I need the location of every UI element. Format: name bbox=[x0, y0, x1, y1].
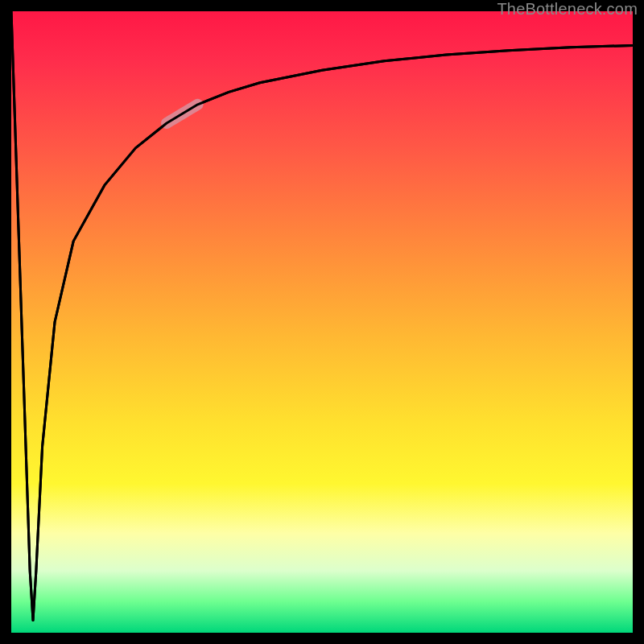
attribution-label: TheBottleneck.com bbox=[497, 0, 638, 19]
bottleneck-curve bbox=[11, 11, 633, 621]
bottleneck-chart: TheBottleneck.com bbox=[0, 0, 644, 644]
plot-area bbox=[11, 11, 633, 633]
bottleneck-curve-top bbox=[11, 11, 633, 621]
curve-layer bbox=[11, 11, 633, 633]
